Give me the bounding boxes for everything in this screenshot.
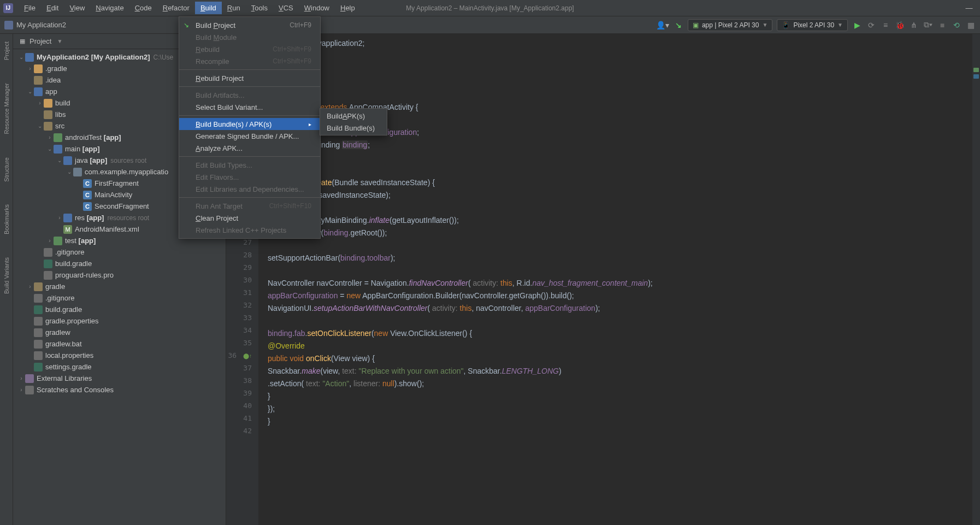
app-logo-icon: IJ bbox=[3, 3, 13, 13]
menu-build[interactable]: Build bbox=[195, 2, 222, 14]
run-button[interactable]: ▶ bbox=[852, 20, 862, 30]
editor-right-rail bbox=[972, 34, 980, 525]
chevron-down-icon: ▼ bbox=[762, 22, 768, 28]
chevron-down-icon: ▼ bbox=[57, 38, 62, 44]
build-hammer-icon[interactable]: ↘ bbox=[674, 20, 683, 30]
chevron-right-icon: ▸ bbox=[309, 121, 311, 127]
tree-row[interactable]: settings.gradle bbox=[13, 361, 226, 373]
marker-up-icon[interactable] bbox=[973, 68, 979, 72]
debug-button[interactable]: 🐞 bbox=[895, 20, 905, 30]
menu-item-analyze-apk-[interactable]: Analyze APK... bbox=[179, 142, 320, 154]
menu-run[interactable]: Run bbox=[222, 2, 246, 14]
menu-navigate[interactable]: Navigate bbox=[90, 2, 129, 14]
menu-view[interactable]: View bbox=[64, 2, 90, 14]
menu-item-select-build-variant-[interactable]: Select Build Variant... bbox=[179, 101, 320, 113]
menu-item-generate-signed-bundle-apk-[interactable]: Generate Signed Bundle / APK... bbox=[179, 130, 320, 142]
tree-row[interactable]: ›gradle bbox=[13, 281, 226, 292]
menu-window[interactable]: Window bbox=[299, 2, 335, 14]
avd-manager-icon[interactable]: ▦ bbox=[966, 20, 976, 30]
menu-vcs[interactable]: VCS bbox=[273, 2, 299, 14]
tree-row[interactable]: build.gradle bbox=[13, 258, 226, 269]
menu-item-build-artifacts-: Build Artifacts... bbox=[179, 89, 320, 101]
left-tool-rail: ProjectResource ManagerStructureBookmark… bbox=[0, 34, 13, 525]
toolbar: My Application2 👤▾ ↘ ▣ app | Pixel 2 API… bbox=[0, 16, 980, 34]
project-view-tab[interactable]: Project ▼ bbox=[29, 37, 62, 45]
run-config-label: app | Pixel 2 API 30 bbox=[702, 21, 759, 29]
menu-item-build-project[interactable]: ↘Build ProjectCtrl+F9 bbox=[179, 19, 320, 31]
profiler-icon[interactable]: ⋔ bbox=[909, 20, 919, 30]
editor-content[interactable]: om.example.myapplication2; ... ss MainAc… bbox=[259, 34, 972, 525]
tree-row[interactable]: gradlew bbox=[13, 327, 226, 338]
submenu-item-build-apk-s-[interactable]: Build APK(s) bbox=[320, 110, 387, 122]
menu-item-clean-project[interactable]: Clean Project bbox=[179, 212, 320, 224]
tree-row[interactable]: .gitignore bbox=[13, 246, 226, 258]
tree-row[interactable]: ›External Libraries bbox=[13, 373, 226, 384]
stop-button[interactable]: ■ bbox=[937, 20, 947, 30]
menu-code[interactable]: Code bbox=[129, 2, 157, 14]
code-editor[interactable]: 2627282930313233343536 ⬤↑373839404142 om… bbox=[226, 34, 980, 525]
menu-item-rebuild-project[interactable]: Rebuild Project bbox=[179, 72, 320, 84]
rail-build-variants[interactable]: Build Variants bbox=[3, 254, 10, 297]
rail-resource-manager[interactable]: Resource Manager bbox=[3, 80, 10, 138]
menu-tools[interactable]: Tools bbox=[246, 2, 273, 14]
menu-item-refresh-linked-c-projects: Refresh Linked C++ Projects bbox=[179, 224, 320, 236]
device-selector[interactable]: 📱 Pixel 2 API 30 ▼ bbox=[777, 19, 848, 31]
menu-item-recompile: RecompileCtrl+Shift+F9 bbox=[179, 55, 320, 67]
tree-row[interactable]: gradle.properties bbox=[13, 315, 226, 327]
menubar-items: FileEditViewNavigateCodeRefactorBuildRun… bbox=[19, 2, 361, 14]
menu-item-build-module: Build Module bbox=[179, 31, 320, 43]
tree-row[interactable]: gradlew.bat bbox=[13, 338, 226, 350]
project-icon: ▦ bbox=[19, 38, 26, 45]
user-icon[interactable]: 👤▾ bbox=[656, 21, 669, 30]
tree-row[interactable]: build.gradle bbox=[13, 304, 226, 315]
rail-structure[interactable]: Structure bbox=[3, 154, 10, 185]
apply-changes-icon[interactable]: ⟳ bbox=[866, 20, 876, 30]
rail-bookmarks[interactable]: Bookmarks bbox=[3, 201, 10, 238]
menu-item-edit-flavors-: Edit Flavors... bbox=[179, 171, 320, 183]
attach-debugger-icon[interactable]: ⧉▾ bbox=[923, 20, 933, 30]
chevron-down-icon: ▼ bbox=[837, 22, 843, 28]
rail-project[interactable]: Project bbox=[3, 38, 10, 63]
menubar: IJ FileEditViewNavigateCodeRefactorBuild… bbox=[0, 0, 980, 16]
project-view-label: Project bbox=[29, 37, 51, 45]
menu-item-rebuild: RebuildCtrl+Shift+F9 bbox=[179, 43, 320, 55]
tree-row[interactable]: .gitignore bbox=[13, 292, 226, 304]
window-minimize-button[interactable]: — bbox=[963, 4, 976, 12]
tree-row[interactable]: proguard-rules.pro bbox=[13, 269, 226, 281]
hammer-icon: ↘ bbox=[184, 21, 189, 29]
tree-row[interactable]: local.properties bbox=[13, 350, 226, 361]
menu-help[interactable]: Help bbox=[335, 2, 361, 14]
build-bundle-submenu[interactable]: Build APK(s)Build Bundle(s) bbox=[320, 108, 387, 135]
device-label: Pixel 2 API 30 bbox=[793, 21, 834, 29]
marker-down-icon[interactable] bbox=[973, 74, 979, 79]
menu-item-edit-libraries-and-dependencies-: Edit Libraries and Dependencies... bbox=[179, 183, 320, 195]
sync-gradle-icon[interactable]: ⟲ bbox=[952, 20, 961, 30]
menu-edit[interactable]: Edit bbox=[41, 2, 64, 14]
tree-row[interactable]: ›Scratches and Consoles bbox=[13, 384, 226, 396]
breadcrumb[interactable]: My Application2 bbox=[16, 21, 66, 29]
menu-item-build-bundle-s-apk-s-[interactable]: Build Bundle(s) / APK(s)▸ bbox=[179, 118, 320, 130]
module-icon bbox=[4, 21, 13, 30]
menu-refactor[interactable]: Refactor bbox=[157, 2, 195, 14]
window-title: My Application2 – MainActivity.java [My_… bbox=[406, 4, 574, 12]
menu-item-run-ant-target: Run Ant TargetCtrl+Shift+F10 bbox=[179, 200, 320, 212]
run-config-selector[interactable]: ▣ app | Pixel 2 API 30 ▼ bbox=[688, 19, 772, 31]
menu-item-edit-build-types-: Edit Build Types... bbox=[179, 159, 320, 171]
build-menu-dropdown[interactable]: ↘Build ProjectCtrl+F9Build ModuleRebuild… bbox=[179, 16, 321, 239]
apply-code-changes-icon[interactable]: ≡ bbox=[881, 20, 890, 30]
submenu-item-build-bundle-s-[interactable]: Build Bundle(s) bbox=[320, 122, 387, 134]
menu-file[interactable]: File bbox=[19, 2, 41, 14]
